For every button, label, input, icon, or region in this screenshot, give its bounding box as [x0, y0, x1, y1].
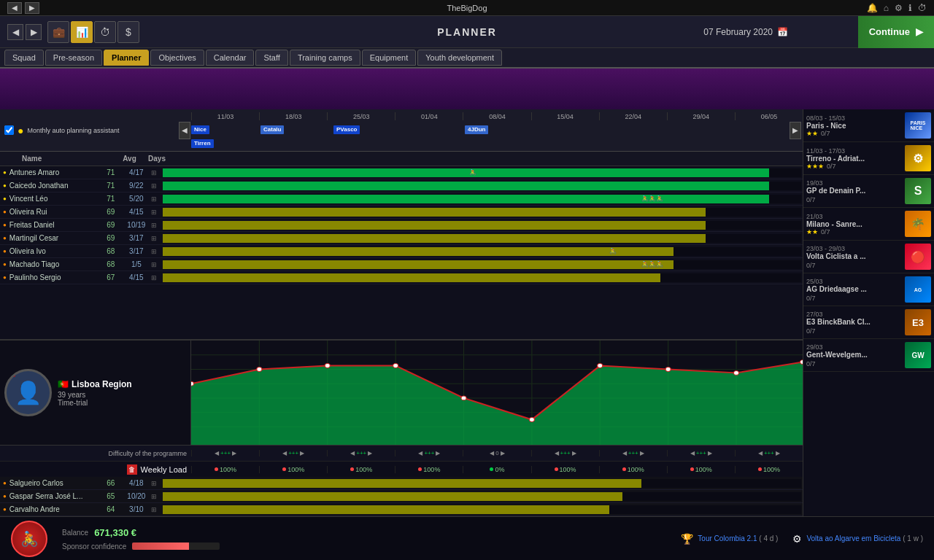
clock-icon[interactable]: ⏱ — [918, 3, 927, 13]
chart-icon[interactable]: 📊 — [71, 21, 93, 43]
nav-forward-button[interactable]: ▶ — [25, 2, 39, 14]
race-card-e3[interactable]: 27/03 E3 BinckBank Cl... 0/7 E3 — [803, 306, 934, 339]
player-row-oliveiraivo[interactable]: ● Oliveira Ivo 68 3/17 ⊞ 🚴 — [0, 245, 803, 258]
top-nav-arrows[interactable]: ◀ ▶ — [7, 2, 39, 14]
clock2-icon[interactable]: ⏱ — [94, 21, 116, 43]
player-row-vincent[interactable]: ● Vincent Léo 71 5/20 ⊞ 🚴🚴🚴 — [0, 192, 803, 206]
w-dot-1 — [282, 467, 286, 471]
player-name-oliveirarui: Oliveira Rui — [7, 208, 100, 216]
delete-button[interactable]: 🗑 — [127, 464, 137, 475]
settings-icon[interactable]: ⚙ — [895, 3, 903, 13]
race-denain-logo: S — [905, 178, 931, 204]
player-bar-fill-freitas — [163, 221, 706, 230]
app-title: TheBigDog — [447, 4, 487, 12]
player-row-salgueiro[interactable]: ● Salgueiro Carlos 66 4/18 ⊞ — [0, 477, 803, 490]
player-icon-gaspar: ⊞ — [151, 493, 161, 500]
info-icon[interactable]: ℹ — [908, 3, 912, 13]
date-3: 01/04 — [395, 112, 463, 120]
tab-equipment[interactable]: Equipment — [362, 50, 417, 66]
status-race1: 🏆 Tour Colombia 2.1 ( 4 d ) — [681, 533, 778, 545]
calendar-icon[interactable]: 📅 — [777, 27, 788, 37]
player-name-martingil: Martingil Cesar — [7, 234, 100, 242]
player-row-martingil[interactable]: ● Martingil Cesar 69 3/17 ⊞ — [0, 232, 803, 245]
tab-youth-development[interactable]: Youth development — [417, 50, 502, 66]
race-tirren[interactable]: Tirren — [191, 139, 214, 148]
continue-button[interactable]: Continue ▶ — [858, 16, 934, 48]
player-row-oliveirarui[interactable]: ● Oliveira Rui 69 4/15 ⊞ — [0, 206, 803, 219]
date-4: 08/04 — [463, 112, 530, 120]
nav-back-button[interactable]: ◀ — [7, 2, 22, 14]
race-4jdun[interactable]: 4JDun — [465, 125, 488, 134]
tab-planner[interactable]: Planner — [104, 50, 149, 66]
auto-planning-section: ● Monthly auto planning assistant — [4, 125, 187, 136]
tab-training-camps[interactable]: Training camps — [290, 50, 360, 66]
top-players-list: ● Antunes Amaro 71 4/17 ⊞ 🚴 ● Caicedo Jo… — [0, 166, 803, 339]
bag-icon[interactable]: 💼 — [47, 21, 69, 43]
w-dot-3 — [418, 467, 422, 471]
player-name-oliveiraivo: Oliveira Ivo — [7, 247, 100, 255]
race-card-wevelgem[interactable]: 29/03 Gent-Wevelgem... 0/7 GW — [803, 339, 934, 372]
race-nice[interactable]: Nice — [191, 125, 209, 134]
w-dot-7 — [690, 467, 694, 471]
balance-section: Balance 671,330 € Sponsor confidence — [62, 527, 220, 551]
tab-staff[interactable]: Staff — [255, 50, 287, 66]
player-icon-freitas: ⊞ — [151, 222, 161, 229]
date-5: 15/04 — [531, 112, 599, 120]
player-icon-antunes: ⊞ — [151, 169, 161, 176]
tab-calendar[interactable]: Calendar — [206, 50, 255, 66]
auto-planning-checkbox[interactable] — [4, 125, 14, 135]
sponsor-row: Sponsor confidence — [62, 542, 220, 551]
player-avg-paulinho: 67 — [100, 273, 122, 281]
player-bar-fill-antunes — [163, 168, 769, 177]
weekly-0: 100% — [191, 466, 259, 473]
race-card-paris[interactable]: 08/03 - 15/03 Paris - Nice ★★ 0/7 PARISN… — [803, 109, 934, 142]
player-bar-icons-machado: 🚴🚴🚴 — [641, 261, 663, 268]
timeline-next-button[interactable]: ▶ — [790, 122, 801, 139]
player-name-caicedo: Caicedo Jonathan — [7, 182, 100, 190]
status-race2: ⚙ Volta ao Algarve em Bicicleta ( 1 w ) — [792, 533, 923, 545]
player-row-antunes[interactable]: ● Antunes Amaro 71 4/17 ⊞ 🚴 — [0, 166, 803, 179]
race-paris-slot: 0/7 — [821, 130, 830, 137]
race-catalu[interactable]: Catalu — [260, 125, 284, 134]
status-race1-link[interactable]: Tour Colombia 2.1 — [698, 534, 757, 542]
page-forward-button[interactable]: ▶ — [26, 24, 42, 40]
status-bar: 🚴 Balance 671,330 € Sponsor confidence 🏆… — [0, 516, 934, 560]
tab-objectives[interactable]: Objectives — [150, 50, 204, 66]
race-card-denain[interactable]: 19/03 GP de Denain P... 0/7 S — [803, 175, 934, 208]
bell-icon[interactable]: 🔔 — [867, 3, 878, 13]
left-panel: ● Monthly auto planning assistant ◀ 11/0… — [0, 109, 803, 516]
player-row-gaspar[interactable]: ● Gaspar Serra José L... 65 10/20 ⊞ — [0, 490, 803, 503]
player-row-paulinho[interactable]: ● Paulinho Sergio 67 4/15 ⊞ — [0, 271, 803, 284]
race-milano-stars: ★★ — [806, 228, 818, 236]
player-bar-fill-paulinho — [163, 273, 661, 282]
player-bar-oliveirarui — [163, 208, 801, 217]
player-icon-oliveirarui: ⊞ — [151, 209, 161, 216]
race-tirreno-name: Tirreno - Adriat... — [806, 155, 902, 163]
date-0: 11/03 — [191, 112, 259, 120]
weekly-left: 🗑 Weekly Load — [0, 464, 191, 475]
player-row-caicedo[interactable]: ● Caicedo Jonathan 71 9/22 ⊞ — [0, 179, 803, 192]
dollar-icon[interactable]: $ — [117, 21, 139, 43]
page-back-button[interactable]: ◀ — [7, 24, 23, 40]
race-paris-stars: ★★ — [806, 130, 818, 137]
race-card-volta[interactable]: 23/03 - 29/03 Volta Ciclista a ... 0/7 🔴 — [803, 241, 934, 273]
race-card-tirreno[interactable]: 11/03 - 17/03 Tirreno - Adriat... ★★★ 0/… — [803, 142, 934, 175]
status-race1-text: Tour Colombia 2.1 ( 4 d ) — [698, 534, 778, 542]
status-race2-link[interactable]: Volta ao Algarve em Bicicleta — [806, 534, 900, 542]
race-card-ag[interactable]: 25/03 AG Driedaagse ... 0/7 AG — [803, 273, 934, 306]
player-name-vincent: Vincent Léo — [7, 195, 100, 203]
home-icon[interactable]: ⌂ — [884, 3, 889, 13]
timeline-prev-button[interactable]: ◀ — [179, 122, 190, 139]
player-avg-oliveiraivo: 68 — [100, 247, 122, 255]
race-pvasco[interactable]: PVasco — [333, 125, 360, 134]
player-row-freitas[interactable]: ● Freitas Daniel 69 10/19 ⊞ — [0, 219, 803, 232]
race-ag-logo: AG — [905, 276, 931, 303]
weekly-values: 100% 100% 100% 100% 0% 100% 100% 100% 10… — [191, 466, 803, 473]
tab-preseason[interactable]: Pre-season — [45, 50, 102, 66]
player-avg-caicedo: 71 — [100, 182, 122, 190]
tab-squad[interactable]: Squad — [4, 50, 44, 66]
player-row-machado[interactable]: ● Machado Tiago 68 1/5 ⊞ 🚴🚴🚴 — [0, 258, 803, 271]
player-info: 🇵🇹 Lisboa Region 39 years Time-trial — [58, 379, 186, 407]
race-card-milano[interactable]: 21/03 Milano - Sanre... ★★ 0/7 🌴 — [803, 208, 934, 241]
player-row-carvalho[interactable]: ● Carvalho Andre 64 3/10 ⊞ — [0, 503, 803, 516]
